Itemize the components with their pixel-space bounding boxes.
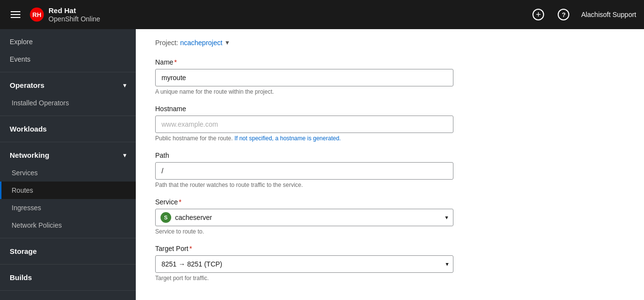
name-label: Name* xyxy=(155,58,553,66)
hostname-hint: Public hostname for the route. If not sp… xyxy=(155,135,553,142)
top-nav: RH Red Hat OpenShift Online + ? Alachiso… xyxy=(0,0,644,29)
sidebar-item-network-policies[interactable]: Network Policies xyxy=(0,217,136,234)
chevron-down-icon: ▾ xyxy=(123,82,126,89)
path-hint: Path that the router watches to route tr… xyxy=(155,182,553,188)
hamburger-icon xyxy=(9,9,22,20)
path-field-group: Path Path that the router watches to rou… xyxy=(155,151,553,188)
sidebar-item-installed-operators[interactable]: Installed Operators xyxy=(0,94,136,112)
sidebar-storage-section: Storage xyxy=(0,238,136,265)
sidebar-top-section: Explore Events xyxy=(0,29,136,72)
sidebar-routes-label: Routes xyxy=(12,186,33,194)
help-icon: ? xyxy=(558,9,569,20)
name-hint: A unique name for the route within the p… xyxy=(155,88,553,95)
sidebar-builds-section: Builds xyxy=(0,265,136,291)
chevron-down-icon-networking: ▾ xyxy=(123,152,126,159)
hamburger-button[interactable] xyxy=(8,7,23,22)
add-button[interactable]: + xyxy=(531,7,546,22)
hostname-field-group: Hostname Public hostname for the route. … xyxy=(155,105,553,142)
sidebar-operators-section: Operators ▾ Installed Operators xyxy=(0,72,136,116)
sidebar-network-policies-label: Network Policies xyxy=(12,221,62,229)
service-badge: S xyxy=(161,212,171,223)
breadcrumb: Project: ncacheproject ▼ xyxy=(155,39,553,47)
sidebar-networking-section: Networking ▾ Services Routes Ingresses N… xyxy=(0,142,136,238)
help-button[interactable]: ? xyxy=(556,7,571,22)
sidebar-workloads-section: Workloads xyxy=(0,116,136,142)
sidebar-item-services[interactable]: Services xyxy=(0,164,136,182)
service-hint: Service to route to. xyxy=(155,228,553,235)
sidebar-item-networking[interactable]: Networking ▾ xyxy=(0,146,136,164)
sidebar-events-label: Events xyxy=(10,55,31,63)
path-input[interactable] xyxy=(155,162,453,180)
brand-sub: OpenShift Online xyxy=(48,15,100,23)
hostname-hint-link[interactable]: If not specified, a hostname is generate… xyxy=(234,135,340,142)
service-select[interactable]: S cacheserver ▾ xyxy=(155,209,453,226)
sidebar-operators-label: Operators xyxy=(10,81,45,89)
project-label: Project: xyxy=(155,39,178,47)
service-required: * xyxy=(179,198,181,206)
sidebar-services-label: Services xyxy=(12,169,38,177)
brand-text: Red Hat OpenShift Online xyxy=(48,6,100,23)
hostname-input[interactable] xyxy=(155,116,453,133)
sidebar-item-operators[interactable]: Operators ▾ xyxy=(0,76,136,94)
sidebar-item-routes[interactable]: Routes xyxy=(0,182,136,199)
redhat-logo-icon: RH xyxy=(29,7,45,22)
sidebar: Explore Events Operators ▾ Installed Ope… xyxy=(0,29,136,300)
project-name[interactable]: ncacheproject xyxy=(180,39,222,47)
target-port-label: Target Port* xyxy=(155,245,553,252)
sidebar-item-events[interactable]: Events xyxy=(0,50,136,68)
main-content: Project: ncacheproject ▼ Name* A unique … xyxy=(136,29,644,300)
path-label: Path xyxy=(155,151,553,159)
plus-icon: + xyxy=(532,9,544,20)
target-port-required: * xyxy=(189,245,192,252)
svg-text:RH: RH xyxy=(32,11,41,18)
sidebar-storage-label: Storage xyxy=(10,247,37,255)
target-port-select-wrapper: 8251 → 8251 (TCP) ▾ xyxy=(155,255,453,273)
sidebar-explore-label: Explore xyxy=(10,38,32,46)
user-name[interactable]: Alachisoft Support xyxy=(581,11,636,18)
target-port-select[interactable]: 8251 → 8251 (TCP) xyxy=(155,255,453,273)
sidebar-item-explore[interactable]: Explore xyxy=(0,33,136,50)
sidebar-networking-label: Networking xyxy=(10,151,49,159)
target-port-hint: Target port for traffic. xyxy=(155,275,553,282)
sidebar-builds-label: Builds xyxy=(10,273,32,282)
project-dropdown-icon[interactable]: ▼ xyxy=(225,39,230,46)
sidebar-item-storage[interactable]: Storage xyxy=(0,242,136,260)
sidebar-item-builds[interactable]: Builds xyxy=(0,268,136,286)
sidebar-ingresses-label: Ingresses xyxy=(12,204,41,212)
brand-logo-area: RH Red Hat OpenShift Online xyxy=(29,6,100,23)
sidebar-workloads-label: Workloads xyxy=(10,125,47,133)
brand-main: Red Hat xyxy=(48,6,100,15)
sidebar-item-ingresses[interactable]: Ingresses xyxy=(0,199,136,217)
name-input[interactable] xyxy=(155,69,453,86)
service-label: Service* xyxy=(155,198,553,206)
service-dropdown-icon: ▾ xyxy=(445,214,448,221)
route-form: Name* A unique name for the route within… xyxy=(155,58,553,282)
name-required: * xyxy=(174,58,177,66)
sidebar-installed-operators-label: Installed Operators xyxy=(12,99,69,107)
name-field-group: Name* A unique name for the route within… xyxy=(155,58,553,95)
service-field-group: Service* S cacheserver ▾ Service to rout… xyxy=(155,198,553,235)
target-port-field-group: Target Port* 8251 → 8251 (TCP) ▾ Target … xyxy=(155,245,553,282)
sidebar-item-workloads[interactable]: Workloads xyxy=(0,120,136,138)
service-value: cacheserver xyxy=(175,214,212,221)
hostname-label: Hostname xyxy=(155,105,553,113)
